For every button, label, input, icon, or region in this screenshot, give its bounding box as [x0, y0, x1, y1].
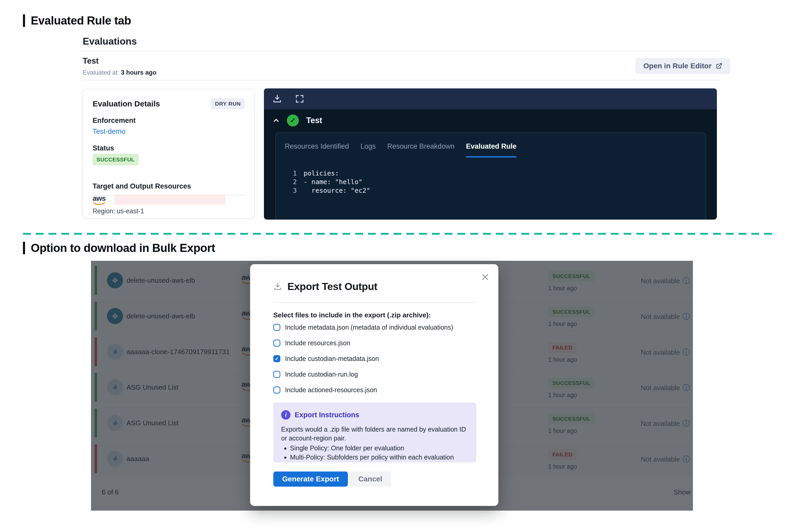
close-icon[interactable]	[481, 272, 490, 282]
viewer-toolbar	[264, 89, 717, 109]
download-icon	[273, 282, 282, 291]
tab-resource-breakdown[interactable]: Resource Breakdown	[387, 142, 455, 157]
enforcement-link[interactable]: Test-demo	[93, 128, 126, 136]
status-label: Status	[93, 144, 114, 152]
line-text: policies:	[304, 170, 339, 177]
target-resources-label: Target and Output Resources	[93, 182, 191, 190]
status-badge: SUCCESSFUL	[93, 154, 138, 165]
export-instructions-box: Export Instructions Exports would a .zip…	[273, 402, 476, 462]
evaluation-name: Test	[83, 56, 99, 66]
policy-group-row[interactable]: Test	[273, 114, 322, 127]
rule-code-block: 1 policies: 2 - name: "hello" 3 resource…	[289, 169, 370, 195]
heading-bar	[23, 242, 25, 254]
enforcement-label: Enforcement	[93, 117, 136, 125]
line-number: 3	[289, 187, 297, 194]
viewer-tabs: Resources Identified Logs Resource Break…	[285, 142, 516, 157]
instructions-body: Exports would a .zip file with folders a…	[281, 425, 469, 442]
evaluation-details-card: Evaluation Details DRY RUN Enforcement T…	[83, 89, 254, 218]
checkbox-actioned-resources-json[interactable]: Include actioned-resources.json	[273, 386, 377, 394]
checkbox-box[interactable]	[273, 324, 280, 331]
code-line: 2 - name: "hello"	[289, 177, 370, 186]
generate-export-button[interactable]: Generate Export	[273, 472, 348, 487]
line-number: 1	[289, 170, 297, 177]
evaluation-viewer-panel: Test Resources Identified Logs Resource …	[264, 89, 717, 220]
open-in-rule-editor-button[interactable]: Open in Rule Editor	[635, 58, 730, 74]
download-icon[interactable]	[272, 94, 282, 104]
open-in-rule-editor-label: Open in Rule Editor	[643, 62, 711, 70]
evaluated-at: Evaluated at: 3 hours ago	[83, 69, 156, 76]
instructions-header: Export Instructions	[281, 410, 359, 420]
region-text: Region: us-east-1	[93, 207, 144, 215]
aws-smile-icon	[93, 202, 105, 205]
teal-dashed-divider	[23, 233, 776, 235]
instruction-bullet: Single Policy: One folder per evaluation	[290, 443, 454, 453]
instructions-title: Export Instructions	[295, 411, 359, 419]
section-title: Evaluated Rule tab	[31, 14, 131, 27]
fullscreen-icon[interactable]	[295, 94, 305, 104]
checkbox-label: Include custodian-run.log	[285, 370, 358, 378]
checkbox-box[interactable]	[273, 386, 280, 394]
external-link-icon	[716, 62, 722, 69]
divider	[81, 80, 721, 80]
tab-logs[interactable]: Logs	[360, 142, 376, 157]
divider	[81, 51, 721, 51]
tab-resources-identified[interactable]: Resources Identified	[285, 142, 349, 157]
code-line: 3 resource: "ec2"	[289, 186, 370, 195]
section-title: Option to download in Bulk Export	[31, 242, 215, 254]
code-line: 1 policies:	[289, 169, 370, 177]
section-heading-evaluated-rule: Evaluated Rule tab	[23, 14, 131, 27]
export-test-output-modal: Export Test Output Select files to inclu…	[250, 264, 498, 506]
instructions-bullets: Single Policy: One folder per evaluation…	[283, 443, 454, 462]
aws-logo: aws	[93, 195, 106, 205]
checkbox-box[interactable]	[273, 371, 280, 378]
evaluations-header: Evaluations	[83, 36, 137, 47]
line-text: - name: "hello"	[304, 178, 362, 186]
checkbox-box[interactable]	[273, 340, 280, 347]
modal-title: Export Test Output	[287, 281, 377, 292]
chevron-up-icon[interactable]	[273, 117, 280, 124]
instruction-bullet: Multi-Policy: Subfolders per policy with…	[290, 453, 454, 462]
checkbox-custodian-metadata-json[interactable]: Include custodian-metadata.json	[273, 355, 379, 362]
target-resource-row: aws	[93, 195, 106, 205]
checkbox-box[interactable]	[273, 355, 280, 362]
checkbox-label: Include custodian-metadata.json	[285, 355, 379, 362]
tab-evaluated-rule[interactable]: Evaluated Rule	[466, 142, 517, 157]
line-number: 2	[289, 178, 297, 186]
checkbox-label: Include metadata.json (metadata of indiv…	[285, 324, 453, 331]
modal-header: Export Test Output	[273, 281, 377, 292]
dry-run-badge: DRY RUN	[211, 98, 245, 109]
cancel-button[interactable]: Cancel	[349, 472, 391, 487]
info-bubble-icon	[281, 410, 290, 420]
select-files-label: Select files to include in the export (.…	[273, 311, 431, 319]
heading-bar	[23, 14, 25, 27]
policy-group-name: Test	[306, 116, 322, 125]
evaluated-at-value: 3 hours ago	[121, 69, 156, 76]
evaluated-at-label: Evaluated at:	[83, 69, 119, 76]
viewer-tabs-card: Resources Identified Logs Resource Break…	[276, 132, 706, 220]
modal-divider	[273, 302, 475, 303]
line-text: resource: "ec2"	[304, 187, 370, 194]
checkbox-custodian-run-log[interactable]: Include custodian-run.log	[273, 370, 358, 378]
redacted-resource-target	[114, 194, 225, 205]
success-check-icon	[287, 114, 299, 127]
section-heading-bulk-export: Option to download in Bulk Export	[23, 242, 215, 254]
details-card-title: Evaluation Details	[93, 99, 160, 108]
checkbox-resources-json[interactable]: Include resources.json	[273, 339, 350, 347]
checkbox-label: Include actioned-resources.json	[285, 386, 377, 394]
aws-logo-text: aws	[93, 195, 106, 202]
checkbox-label: Include resources.json	[285, 339, 350, 347]
checkbox-metadata-json[interactable]: Include metadata.json (metadata of indiv…	[273, 324, 453, 331]
